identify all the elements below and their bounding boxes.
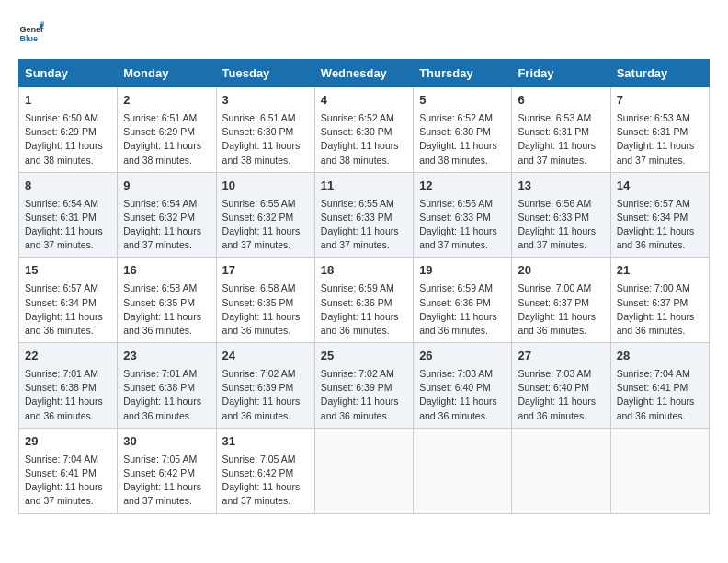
day-info: Sunrise: 6:56 AM (419, 197, 506, 211)
day-number: 16 (123, 262, 210, 280)
day-info: Daylight: 11 hours (321, 139, 407, 153)
day-number: 15 (25, 262, 111, 280)
weekday-header-saturday: Saturday (610, 60, 709, 87)
day-info: Sunset: 6:35 PM (222, 296, 309, 310)
day-info: Daylight: 11 hours (25, 480, 111, 494)
calendar-cell: 10Sunrise: 6:55 AMSunset: 6:32 PMDayligh… (216, 172, 314, 258)
day-info: Daylight: 11 hours (419, 395, 506, 408)
day-info: Sunset: 6:41 PM (25, 466, 111, 480)
day-info: Sunrise: 7:01 AM (25, 367, 111, 381)
calendar-cell: 2Sunrise: 6:51 AMSunset: 6:29 PMDaylight… (118, 87, 216, 173)
calendar-cell: 22Sunrise: 7:01 AMSunset: 6:38 PMDayligh… (19, 343, 118, 429)
day-number: 25 (321, 348, 407, 365)
svg-text:Blue: Blue (19, 34, 38, 43)
day-info: Daylight: 11 hours (123, 139, 210, 153)
day-number: 30 (123, 433, 210, 451)
day-info: and 36 minutes. (617, 409, 703, 423)
calendar-table: SundayMondayTuesdayWednesdayThursdayFrid… (18, 59, 710, 514)
day-info: Sunset: 6:42 PM (222, 466, 309, 480)
day-number: 9 (123, 178, 210, 195)
day-number: 13 (518, 178, 604, 195)
calendar-cell: 28Sunrise: 7:04 AMSunset: 6:41 PMDayligh… (610, 343, 709, 429)
day-info: and 37 minutes. (419, 238, 506, 252)
calendar-week-5: 29Sunrise: 7:04 AMSunset: 6:41 PMDayligh… (19, 428, 710, 513)
day-info: Sunset: 6:39 PM (321, 381, 407, 395)
calendar-cell: 27Sunrise: 7:03 AMSunset: 6:40 PMDayligh… (512, 343, 610, 429)
day-number: 21 (617, 262, 703, 280)
calendar-cell: 16Sunrise: 6:58 AMSunset: 6:35 PMDayligh… (118, 258, 216, 343)
day-info: Sunrise: 6:55 AM (321, 197, 407, 211)
day-info: Daylight: 11 hours (25, 224, 111, 238)
day-info: and 36 minutes. (222, 324, 309, 338)
calendar-cell: 24Sunrise: 7:02 AMSunset: 6:39 PMDayligh… (216, 343, 314, 429)
day-number: 24 (222, 348, 309, 365)
day-info: Daylight: 11 hours (222, 480, 309, 494)
day-number: 8 (25, 178, 111, 195)
day-info: Sunrise: 7:02 AM (222, 367, 309, 381)
day-info: and 37 minutes. (321, 238, 407, 252)
day-info: Daylight: 11 hours (518, 310, 604, 324)
day-info: Sunset: 6:31 PM (518, 125, 604, 139)
day-info: Sunrise: 6:53 AM (617, 111, 703, 125)
day-info: Sunrise: 6:58 AM (123, 282, 210, 295)
day-info: Sunrise: 6:51 AM (222, 111, 309, 125)
day-info: Daylight: 11 hours (25, 310, 111, 324)
calendar-cell: 5Sunrise: 6:52 AMSunset: 6:30 PMDaylight… (414, 87, 512, 173)
day-info: Sunrise: 7:04 AM (617, 367, 703, 381)
day-number: 20 (518, 262, 604, 280)
day-info: Daylight: 11 hours (617, 139, 703, 153)
logo: General Blue (18, 18, 48, 44)
day-info: Sunrise: 6:59 AM (321, 282, 407, 295)
day-info: Daylight: 11 hours (222, 395, 309, 408)
calendar-cell: 4Sunrise: 6:52 AMSunset: 6:30 PMDaylight… (314, 87, 413, 173)
day-info: and 36 minutes. (123, 409, 210, 423)
day-number: 14 (617, 178, 703, 195)
calendar-cell: 30Sunrise: 7:05 AMSunset: 6:42 PMDayligh… (118, 428, 216, 513)
day-info: Sunrise: 7:05 AM (123, 453, 210, 466)
day-info: Sunset: 6:32 PM (123, 211, 210, 224)
day-info: Daylight: 11 hours (222, 139, 309, 153)
calendar-cell: 29Sunrise: 7:04 AMSunset: 6:41 PMDayligh… (19, 428, 118, 513)
calendar-cell: 8Sunrise: 6:54 AMSunset: 6:31 PMDaylight… (19, 172, 118, 258)
day-number: 31 (222, 433, 309, 451)
day-info: Sunset: 6:38 PM (25, 381, 111, 395)
calendar-cell (610, 428, 709, 513)
day-info: and 38 minutes. (222, 154, 309, 167)
day-info: Sunset: 6:34 PM (617, 211, 703, 224)
day-info: Sunrise: 6:58 AM (222, 282, 309, 295)
day-info: Sunset: 6:37 PM (617, 296, 703, 310)
day-number: 11 (321, 178, 407, 195)
day-info: Sunset: 6:38 PM (123, 381, 210, 395)
calendar-cell: 6Sunrise: 6:53 AMSunset: 6:31 PMDaylight… (512, 87, 610, 173)
day-info: and 37 minutes. (617, 154, 703, 167)
day-info: Daylight: 11 hours (419, 224, 506, 238)
weekday-header-thursday: Thursday (414, 60, 512, 87)
day-info: Daylight: 11 hours (321, 224, 407, 238)
calendar-cell (414, 428, 512, 513)
page-header: General Blue (18, 18, 710, 44)
calendar-cell: 9Sunrise: 6:54 AMSunset: 6:32 PMDaylight… (118, 172, 216, 258)
calendar-week-4: 22Sunrise: 7:01 AMSunset: 6:38 PMDayligh… (19, 343, 710, 429)
day-number: 3 (222, 92, 309, 109)
day-info: Sunrise: 6:51 AM (123, 111, 210, 125)
day-info: and 36 minutes. (617, 324, 703, 338)
day-info: and 37 minutes. (25, 238, 111, 252)
weekday-header-tuesday: Tuesday (216, 60, 314, 87)
day-info: Sunset: 6:39 PM (222, 381, 309, 395)
day-info: Daylight: 11 hours (419, 310, 506, 324)
day-info: and 36 minutes. (617, 238, 703, 252)
day-info: Sunset: 6:36 PM (321, 296, 407, 310)
day-info: Daylight: 11 hours (123, 224, 210, 238)
day-info: Daylight: 11 hours (25, 395, 111, 408)
day-number: 4 (321, 92, 407, 109)
day-number: 6 (518, 92, 604, 109)
day-info: Sunrise: 6:57 AM (617, 197, 703, 211)
day-info: Sunrise: 6:55 AM (222, 197, 309, 211)
day-info: Sunrise: 6:52 AM (419, 111, 506, 125)
day-info: Sunset: 6:29 PM (123, 125, 210, 139)
day-info: Daylight: 11 hours (518, 224, 604, 238)
day-info: and 37 minutes. (123, 494, 210, 508)
day-number: 28 (617, 348, 703, 365)
calendar-cell: 31Sunrise: 7:05 AMSunset: 6:42 PMDayligh… (216, 428, 314, 513)
day-info: Daylight: 11 hours (518, 395, 604, 408)
